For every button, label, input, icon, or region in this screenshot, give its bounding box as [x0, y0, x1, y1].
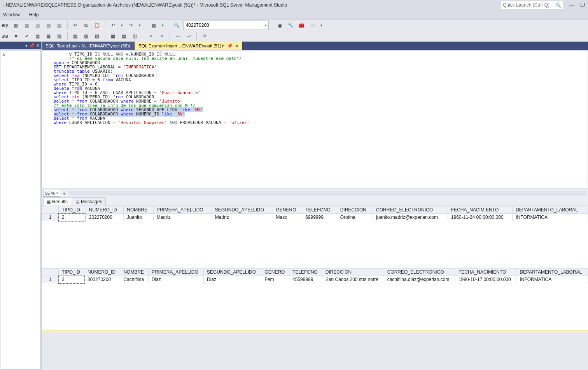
cell[interactable]: Madriz: [212, 214, 273, 221]
db-icon[interactable]: ▤: [22, 21, 32, 30]
redo-icon[interactable]: ↷: [126, 21, 136, 30]
column-header[interactable]: DEPARTAMENTO_LABORAL: [513, 206, 588, 214]
undo-dd-icon[interactable]: ▾: [119, 21, 125, 30]
cell[interactable]: 1960-11-24 00:00:00.000: [448, 214, 512, 221]
code-editor[interactable]: v.TIPO_ID IS NULL AND v.NUMERO_ID IS NUL…: [42, 50, 588, 189]
tab-sql-examen-insert[interactable]: SQL Examen Insert,...ENWARE\yosti (51))*…: [135, 42, 243, 50]
tool-d-dd-icon[interactable]: ▾: [319, 21, 324, 30]
toolbar-search-input[interactable]: [185, 22, 263, 28]
pin-icon[interactable]: 📌: [29, 43, 35, 48]
code-content[interactable]: v.TIPO_ID IS NULL AND v.NUMERO_ID IS NUL…: [42, 51, 588, 126]
quick-launch-input[interactable]: Quick Launch (Ctrl+Q) 🔍: [500, 1, 564, 9]
zoom-select[interactable]: 56 % ▾: [43, 190, 60, 197]
object-explorer-tree[interactable]: s: [1, 50, 40, 370]
cell[interactable]: San Carlos 200 mts norte: [322, 276, 384, 283]
uncomment-icon[interactable]: ≕: [184, 31, 193, 41]
file-icon[interactable]: ▥: [130, 31, 140, 41]
plan3-icon[interactable]: ▥: [55, 31, 64, 41]
opt3-icon[interactable]: ▧: [93, 31, 102, 41]
column-header[interactable]: NUMERO_ID: [84, 269, 120, 276]
text-icon[interactable]: ▤: [119, 31, 129, 41]
cell[interactable]: Fem: [261, 276, 289, 283]
column-header[interactable]: PRIMERA_APELLIDO: [153, 206, 212, 214]
tab-sql-tarea1[interactable]: SQL_Tarea1.sql - N...IENWARE\yosti (56)): [42, 42, 135, 50]
solution-icon[interactable]: ▦: [149, 21, 159, 30]
close-icon[interactable]: ✕: [36, 43, 40, 48]
new-query-icon[interactable]: ▦: [11, 21, 21, 30]
menu-help[interactable]: Help: [28, 11, 40, 19]
cell[interactable]: Diaz: [204, 276, 261, 283]
grid-icon[interactable]: ▦: [108, 31, 118, 41]
cell[interactable]: 202270200: [86, 214, 124, 221]
grid-1-table[interactable]: TIPO_IDNUMERO_IDNOMBREPRIMERA_APELLIDOSE…: [42, 206, 588, 221]
opt1-icon[interactable]: ▤: [71, 31, 80, 41]
db4-icon[interactable]: ▨: [55, 21, 64, 30]
cell[interactable]: Masc: [273, 214, 302, 221]
stop-icon[interactable]: ■: [11, 31, 21, 41]
cell[interactable]: 302270200: [84, 276, 120, 283]
cell[interactable]: 2: [59, 214, 86, 221]
cell[interactable]: 45599999: [289, 276, 322, 283]
column-header[interactable]: DIRECCION: [337, 206, 373, 214]
tool-d-icon[interactable]: ▭: [308, 21, 317, 30]
column-header[interactable]: CORREO_ELECTRONICO: [373, 206, 448, 214]
refresh-icon[interactable]: ⟳: [200, 31, 209, 41]
scroll-left-icon[interactable]: ◄: [62, 191, 66, 195]
cell[interactable]: 3: [59, 276, 84, 283]
tool-c-icon[interactable]: 🧰: [297, 21, 306, 30]
column-header[interactable]: FECHA_NACIMIENTO: [448, 206, 512, 214]
cut-icon[interactable]: ✂: [71, 21, 80, 30]
table-row[interactable]: 12202270200JuanitoMadrizMadrizMasc699999…: [42, 214, 588, 221]
column-header[interactable]: TIPO_ID: [59, 206, 86, 214]
db2-icon[interactable]: ▥: [33, 21, 42, 30]
column-header[interactable]: DEPARTAMENTO_LABORAL: [516, 269, 588, 276]
tool-a-icon[interactable]: ▣: [275, 21, 285, 30]
table-row[interactable]: 13302270200CachiflinaDiazDiazFem45599999…: [42, 276, 588, 283]
parse-icon[interactable]: ✔: [22, 31, 32, 41]
minimize-button[interactable]: —: [566, 1, 577, 9]
plan-icon[interactable]: ▤: [33, 31, 42, 41]
column-header[interactable]: TELEFONO: [289, 269, 322, 276]
copy-icon[interactable]: ⧉: [82, 21, 91, 30]
opt2-icon[interactable]: ▥: [82, 31, 91, 41]
toolbar-search[interactable]: ▾: [183, 21, 269, 30]
cell[interactable]: INFORMATICA: [513, 214, 588, 221]
tab-messages[interactable]: ▤ Messages: [72, 197, 106, 206]
column-header[interactable]: NOMBRE: [124, 206, 153, 214]
column-header[interactable]: DIRECCION: [322, 269, 384, 276]
plan2-icon[interactable]: ▦: [44, 31, 53, 41]
cell[interactable]: juanito.madriz@experian.com: [373, 214, 448, 221]
solution-dd-icon[interactable]: ▾: [160, 21, 166, 30]
maximize-button[interactable]: ❐: [577, 1, 588, 9]
column-header[interactable]: NUMERO_ID: [86, 206, 124, 214]
find-icon[interactable]: 🔍: [172, 21, 182, 30]
column-header[interactable]: CORREO_ELECTRONICO: [384, 269, 455, 276]
column-header[interactable]: GENERO: [273, 206, 302, 214]
cell[interactable]: INFORMATICA: [516, 276, 588, 283]
tab-results[interactable]: ▦ Results: [43, 197, 71, 206]
dropdown-icon[interactable]: ▾: [25, 43, 28, 48]
cell[interactable]: 6999999: [302, 214, 337, 221]
column-header[interactable]: FECHA_NACIMIENTO: [455, 269, 516, 276]
column-header[interactable]: SEGUNDO_APELLIDO: [204, 269, 261, 276]
tool-b-icon[interactable]: 🔧: [286, 21, 296, 30]
column-header[interactable]: PRIMERA_APELLIDO: [148, 269, 203, 276]
cell[interactable]: 1990-10-17 00:00:00.000: [455, 276, 516, 283]
redo-dd-icon[interactable]: ▾: [137, 21, 143, 30]
column-header[interactable]: GENERO: [261, 269, 289, 276]
paste-icon[interactable]: 📋: [93, 21, 102, 30]
indent-icon[interactable]: ≡: [146, 31, 156, 41]
column-header[interactable]: SEGUNDO_APELLIDO: [212, 206, 273, 214]
cell[interactable]: Diaz: [148, 276, 203, 283]
column-header[interactable]: TELEFONO: [302, 206, 337, 214]
db3-icon[interactable]: ▧: [44, 21, 53, 30]
outdent-icon[interactable]: ≡: [157, 31, 166, 41]
horizontal-scrollbar[interactable]: [69, 191, 586, 195]
column-header[interactable]: TIPO_ID: [59, 269, 84, 276]
cell[interactable]: Madriz: [153, 214, 212, 221]
pin-icon[interactable]: 📌: [227, 44, 233, 49]
cell[interactable]: Orotina: [337, 214, 373, 221]
menu-window[interactable]: Window: [2, 11, 21, 19]
undo-icon[interactable]: ↶: [108, 21, 118, 30]
comment-icon[interactable]: ≔: [173, 31, 182, 41]
